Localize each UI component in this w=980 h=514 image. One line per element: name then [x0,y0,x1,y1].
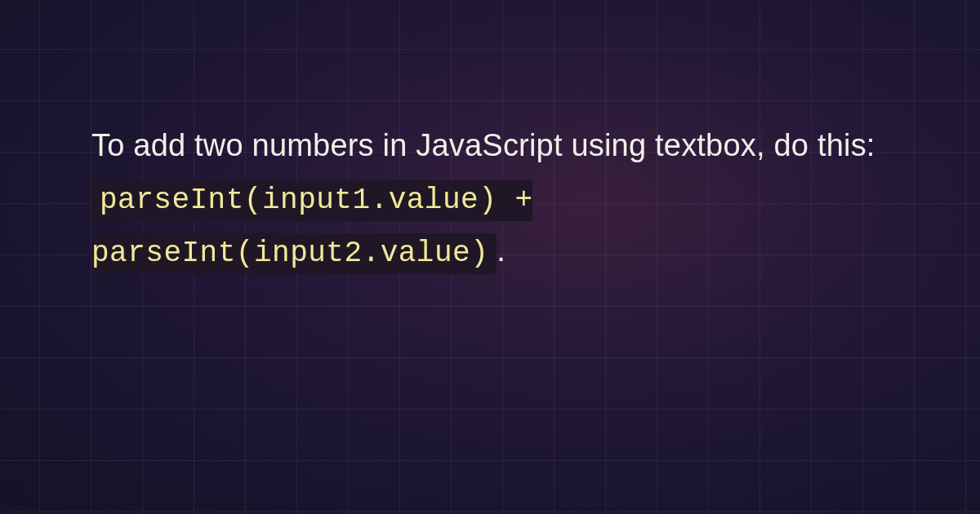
document-body: To add two numbers in JavaScript using t… [91,120,892,279]
code-snippet: parseInt(input1.value) + parseInt(input2… [91,180,532,274]
intro-text: To add two numbers in JavaScript using t… [91,128,875,162]
trailing-text: . [497,233,506,268]
